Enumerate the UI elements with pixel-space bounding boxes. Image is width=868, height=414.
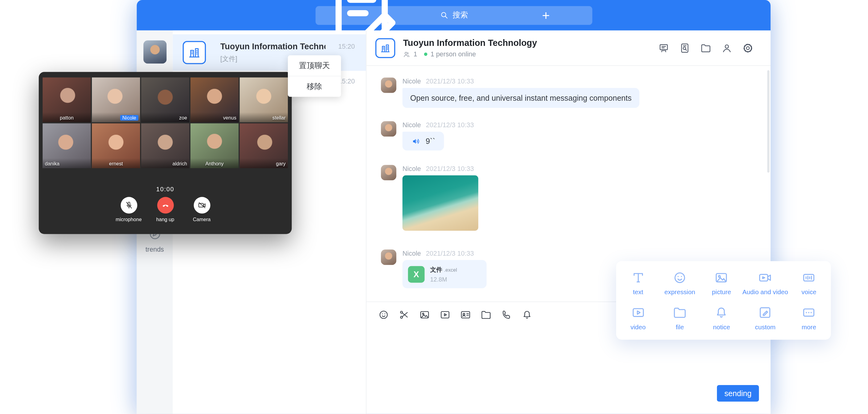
bell-icon	[714, 305, 729, 320]
search-input[interactable]: 搜索	[407, 6, 500, 25]
message-text: Nicole 2021/12/3 10:33 Open source, free…	[381, 77, 771, 108]
participant-tile: patton	[42, 77, 91, 122]
video-icon[interactable]	[439, 309, 451, 320]
send-button[interactable]: sending	[717, 385, 759, 402]
popover-item-custom[interactable]: custom	[743, 300, 788, 335]
hang-up-button[interactable]: hang up	[148, 197, 183, 222]
hang-up-icon[interactable]	[157, 197, 174, 214]
group-avatar-icon	[375, 38, 396, 58]
excel-file-icon: X	[408, 266, 425, 283]
popover-item-expression[interactable]: expression	[659, 265, 701, 300]
participant-tile: zoe	[141, 77, 189, 122]
topbar: 搜索 +	[137, 0, 771, 31]
message-time: 2021/12/3 10:33	[426, 121, 474, 129]
page: 搜索 + trends	[0, 0, 868, 414]
expression-icon	[673, 270, 687, 285]
camera-toggle[interactable]: Camera	[184, 197, 219, 222]
sender-avatar[interactable]	[381, 77, 396, 93]
announcement-icon[interactable]	[658, 42, 669, 53]
popover-item-notice[interactable]: notice	[701, 300, 742, 335]
menu-item-pin-chat[interactable]: 置顶聊天	[288, 56, 341, 76]
microphone-toggle[interactable]: microphone	[111, 197, 147, 222]
conversation-title: Tuoyun Information Technology	[220, 41, 326, 51]
message-voice: Nicole 2021/12/3 10:33 9``	[381, 121, 771, 150]
participant-tile: Anthony	[190, 123, 239, 168]
popover-item-video[interactable]: video	[617, 300, 659, 335]
search-icon	[439, 10, 449, 20]
participant-tile: ernest	[92, 123, 140, 168]
participant-tile: aldrich	[141, 123, 189, 168]
voice-icon	[802, 270, 816, 285]
user-avatar[interactable]	[143, 40, 166, 63]
voice-duration: 9``	[426, 137, 435, 146]
chat-record-search-icon[interactable]	[679, 42, 690, 53]
notes-button[interactable]	[315, 6, 407, 25]
file-attachment[interactable]: X 文件 .excel 12.8M	[403, 260, 487, 288]
message-time: 2021/12/3 10:33	[426, 165, 474, 172]
text-bubble: Open source, free, and universal instant…	[403, 88, 640, 108]
online-dot	[424, 53, 427, 56]
topbar-button-group: 搜索 +	[315, 6, 592, 25]
sender-avatar[interactable]	[381, 250, 396, 265]
custom-icon	[758, 305, 772, 320]
file-size: 12.8M	[430, 276, 457, 283]
message-input-area[interactable]: sending	[367, 327, 771, 414]
trends-label: trends	[137, 246, 173, 253]
speaker-icon	[411, 136, 421, 146]
contact-card-icon[interactable]	[460, 309, 471, 320]
sender-name: Nicole	[403, 121, 421, 129]
message-type-popover: text expression picture Audio and video …	[616, 261, 831, 340]
text-icon	[631, 270, 646, 285]
sender-name: Nicole	[403, 165, 421, 172]
sender-name: Nicole	[403, 77, 421, 85]
camera-off-icon[interactable]	[193, 197, 210, 214]
scrollbar[interactable]	[767, 70, 769, 172]
chat-title: Tuoyun Information Technology	[403, 38, 537, 48]
call-controls: microphone hang up Camera	[39, 197, 292, 222]
menu-item-remove[interactable]: 移除	[288, 76, 341, 97]
beach-photo-thumbnail[interactable]	[403, 175, 478, 231]
microphone-muted-icon[interactable]	[121, 197, 137, 214]
participant-tile: venus	[190, 77, 239, 122]
image-icon[interactable]	[419, 309, 430, 320]
call-phone-icon[interactable]	[501, 309, 512, 320]
search-placeholder: 搜索	[453, 10, 468, 20]
video-call-window: patton Nicole zoe venus stellar danika e…	[39, 72, 292, 234]
notification-bell-icon[interactable]	[522, 309, 533, 320]
audio-video-icon	[758, 270, 772, 285]
plus-icon: +	[542, 9, 550, 22]
message-time: 2021/12/3 10:33	[426, 77, 474, 85]
screenshot-scissors-icon[interactable]	[399, 309, 410, 320]
sender-avatar[interactable]	[381, 165, 396, 180]
video-play-icon	[631, 305, 646, 320]
chat-header-actions	[658, 42, 753, 53]
sender-avatar[interactable]	[381, 121, 396, 136]
member-count: 1	[414, 51, 417, 58]
popover-item-picture[interactable]: picture	[701, 265, 742, 300]
emoji-icon[interactable]	[378, 309, 389, 320]
participant-tile: stellar	[240, 77, 288, 122]
file-folder-icon[interactable]	[480, 309, 492, 320]
chat-header: Tuoyun Information Technology 1 1 person…	[367, 31, 771, 66]
folder-icon	[673, 305, 687, 320]
participant-tile: gary	[240, 123, 288, 168]
call-timer: 10:00	[39, 186, 292, 193]
more-icon	[802, 305, 816, 320]
settings-gear-icon[interactable]	[742, 42, 753, 53]
chat-panel: Tuoyun Information Technology 1 1 person…	[367, 31, 771, 414]
popover-item-voice[interactable]: voice	[788, 265, 830, 300]
popover-item-audio-video[interactable]: Audio and video	[743, 265, 788, 300]
popover-item-file[interactable]: file	[659, 300, 701, 335]
popover-item-text[interactable]: text	[617, 265, 659, 300]
participant-tile: danika	[42, 123, 91, 168]
popover-item-more[interactable]: more	[788, 300, 830, 335]
picture-icon	[714, 270, 729, 285]
group-files-icon[interactable]	[700, 42, 711, 53]
members-manage-icon[interactable]	[721, 42, 733, 53]
add-button[interactable]: +	[500, 6, 592, 25]
participant-grid: patton Nicole zoe venus stellar danika e…	[39, 77, 292, 168]
message-time: 2021/12/3 10:33	[426, 250, 474, 257]
file-name: 文件	[430, 266, 442, 273]
voice-bubble[interactable]: 9``	[403, 131, 444, 150]
sender-name: Nicole	[403, 250, 421, 257]
